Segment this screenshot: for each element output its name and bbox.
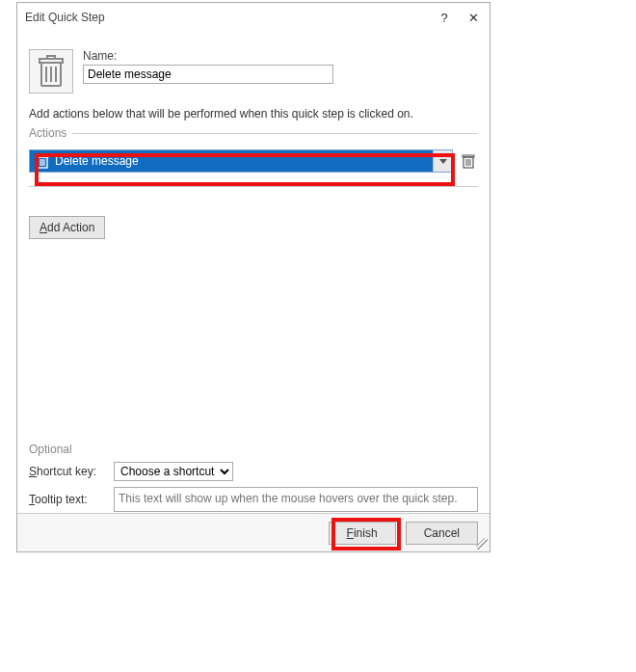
actions-section-header: Actions: [29, 126, 478, 140]
edit-quick-step-dialog: Edit Quick Step ? ✕ Name:: [16, 2, 490, 552]
svg-rect-5: [47, 56, 55, 59]
titlebar: Edit Quick Step ? ✕: [17, 3, 490, 32]
finish-button[interactable]: Finish: [329, 522, 396, 545]
actions-label: Actions: [29, 126, 66, 140]
action-selected-text: Delete message: [55, 154, 139, 168]
optional-section-header: Optional: [29, 443, 478, 456]
trash-icon: [462, 153, 475, 169]
name-label: Name:: [83, 49, 478, 63]
trash-icon: [38, 55, 65, 88]
description-text: Add actions below that will be performed…: [29, 107, 478, 121]
remove-action-button[interactable]: [459, 151, 478, 171]
add-action-button[interactable]: Add Action: [29, 216, 105, 239]
name-input[interactable]: [83, 65, 333, 84]
tooltip-text-label: Tooltip text:: [29, 493, 106, 506]
action-combobox[interactable]: Delete message: [29, 149, 453, 173]
svg-rect-15: [463, 155, 474, 157]
shortcut-key-label: Shortcut key:: [29, 465, 106, 478]
dialog-footer: Finish Cancel: [17, 513, 490, 551]
resize-grip-icon[interactable]: [476, 538, 488, 550]
svg-rect-10: [37, 155, 48, 157]
cancel-button[interactable]: Cancel: [406, 522, 478, 545]
tooltip-text-input[interactable]: [114, 487, 478, 512]
dialog-title: Edit Quick Step: [25, 11, 105, 24]
help-button[interactable]: ?: [430, 3, 459, 32]
trash-icon: [36, 153, 49, 169]
chevron-down-icon[interactable]: [433, 150, 452, 172]
shortcut-key-select[interactable]: Choose a shortcut: [114, 462, 233, 481]
quick-step-icon-button[interactable]: [29, 49, 73, 94]
close-button[interactable]: ✕: [459, 3, 488, 32]
optional-label: Optional: [29, 443, 72, 456]
